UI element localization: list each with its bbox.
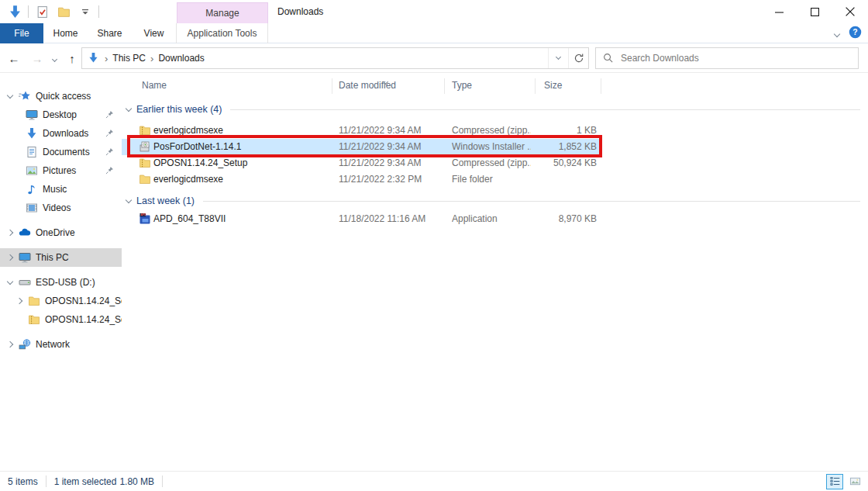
navigation-pane: Quick access Desktop Downloads — [0, 73, 122, 471]
back-button[interactable]: ← — [6, 52, 22, 65]
sidebar-item-network[interactable]: Network — [0, 335, 122, 354]
tab-file[interactable]: File — [0, 23, 43, 43]
zip-folder-icon — [139, 124, 151, 137]
expand-chevron-icon[interactable] — [6, 342, 14, 347]
file-row-everlogicdmsexe-zip[interactable]: everlogicdmsexe 11/21/2022 9:34 AM Compr… — [122, 123, 601, 139]
column-separator[interactable] — [601, 78, 601, 94]
expand-chevron-icon[interactable] — [6, 230, 14, 235]
sidebar-item-this-pc[interactable]: This PC — [0, 248, 122, 267]
search-input[interactable] — [621, 53, 830, 64]
search-box[interactable] — [595, 47, 859, 69]
close-button[interactable] — [832, 0, 868, 23]
file-name: everlogicdmsexe — [153, 125, 328, 136]
qat-separator — [28, 5, 29, 18]
address-dropdown-chevron[interactable] — [548, 48, 568, 68]
quick-access-toolbar — [6, 3, 99, 20]
download-arrow-icon[interactable] — [6, 3, 23, 20]
sidebar-item-documents[interactable]: Documents — [0, 143, 122, 161]
minimize-button[interactable] — [761, 0, 797, 23]
file-size: 1 KB — [527, 125, 597, 136]
sidebar-item-oposn-folder[interactable]: OPOSN1.14.24_Setu — [0, 292, 122, 310]
customize-qat-dropdown[interactable] — [77, 3, 94, 20]
file-date: 11/21/2022 2:32 PM — [339, 174, 447, 185]
group-collapse-chevron-icon[interactable] — [126, 105, 132, 111]
quick-access-star-icon — [19, 90, 31, 102]
file-row-posfordotnet-selected[interactable]: PosForDotNet-1.14.1 11/21/2022 9:34 AM W… — [122, 139, 601, 155]
tab-home[interactable]: Home — [43, 23, 88, 43]
sidebar-item-label: Documents — [43, 147, 90, 157]
column-header-date-modified[interactable]: Date modified — [339, 80, 396, 91]
download-arrow-icon — [88, 52, 100, 64]
up-button[interactable]: ↑ — [64, 52, 80, 65]
column-header-type[interactable]: Type — [452, 80, 472, 91]
sidebar-item-label: OPOSN1.14.24_Setu — [45, 314, 122, 325]
recent-locations-chevron[interactable] — [53, 53, 57, 64]
sidebar-item-pictures[interactable]: Pictures — [0, 161, 122, 180]
manage-label: Manage — [205, 8, 239, 19]
selection-count: 1 item selected — [46, 476, 120, 487]
sidebar-item-music[interactable]: Music — [0, 180, 122, 199]
breadcrumb-separator: › — [150, 53, 153, 64]
maximize-button[interactable] — [797, 0, 832, 23]
new-folder-icon[interactable] — [55, 3, 72, 20]
tab-share[interactable]: Share — [88, 23, 132, 43]
breadcrumb-downloads[interactable]: Downloads — [158, 53, 204, 64]
column-separator[interactable] — [332, 78, 332, 94]
sidebar-item-label: Downloads — [43, 128, 88, 139]
tab-view[interactable]: View — [132, 23, 176, 43]
properties-check-icon[interactable] — [33, 3, 50, 20]
file-row-everlogicdmsexe-folder[interactable]: everlogicdmsexe 11/21/2022 2:32 PM File … — [122, 171, 601, 188]
file-row-apd-604[interactable]: APD APD_604_T88VII 11/18/2022 11:16 AM A… — [122, 211, 601, 227]
address-bar[interactable]: › This PC › Downloads — [81, 47, 589, 69]
zip-folder-icon — [28, 313, 40, 326]
sidebar-item-label: ESD-USB (D:) — [36, 277, 95, 288]
group-collapse-chevron-icon[interactable] — [126, 196, 132, 202]
file-size: 50,924 KB — [527, 157, 597, 168]
breadcrumb-this-pc[interactable]: This PC — [112, 53, 146, 64]
sidebar-item-onedrive[interactable]: OneDrive — [0, 223, 122, 242]
column-separator[interactable] — [444, 78, 445, 94]
ribbon-collapse-chevron-icon[interactable] — [835, 28, 839, 39]
ribbon-tab-row: File Home Share View Application Tools ? — [0, 23, 868, 43]
file-name: OPOSN1.14.24_Setup — [153, 157, 328, 168]
status-separator — [162, 475, 163, 487]
group-header-earlier-this-week[interactable]: Earlier this week (4) — [122, 102, 868, 116]
column-header-name[interactable]: Name — [142, 80, 167, 91]
items-count: 5 items — [0, 476, 46, 487]
sidebar-item-desktop[interactable]: Desktop — [0, 105, 122, 124]
column-header-size[interactable]: Size — [544, 80, 562, 91]
monitor-icon — [26, 109, 38, 121]
expand-chevron-icon[interactable] — [6, 255, 14, 260]
sidebar-item-label: Network — [36, 339, 70, 350]
picture-icon — [26, 164, 38, 177]
sidebar-item-quick-access[interactable]: Quick access — [0, 87, 122, 105]
forward-button[interactable]: → — [29, 52, 45, 65]
sidebar-item-esd-usb[interactable]: ESD-USB (D:) — [0, 273, 122, 292]
sidebar-item-downloads[interactable]: Downloads — [0, 124, 122, 143]
breadcrumb-separator: › — [105, 53, 108, 64]
group-label: Last week (1) — [136, 195, 195, 206]
expand-chevron-icon[interactable] — [6, 282, 14, 284]
sidebar-item-videos[interactable]: Videos — [0, 199, 122, 217]
installer-icon — [139, 140, 151, 153]
tab-application-tools[interactable]: Application Tools — [176, 23, 268, 43]
group-divider-line — [203, 201, 860, 202]
file-type: Application — [452, 213, 531, 224]
expand-chevron-icon[interactable] — [6, 95, 14, 98]
contextual-tab-group-manage[interactable]: Manage — [177, 2, 268, 23]
file-row-oposn-setup-zip[interactable]: OPOSN1.14.24_Setup 11/21/2022 9:34 AM Co… — [122, 155, 601, 171]
file-list-pane: Name Date modified Type Size Earlier thi… — [122, 73, 868, 471]
file-type: Compressed (zipp... — [452, 157, 531, 168]
column-headers: Name Date modified Type Size — [122, 74, 868, 96]
column-separator[interactable] — [535, 78, 536, 94]
sidebar-item-oposn-zip[interactable]: OPOSN1.14.24_Setu — [0, 310, 122, 329]
status-bar: 5 items 1 item selected 1.80 MB — [0, 471, 868, 491]
expand-chevron-icon[interactable] — [16, 299, 23, 303]
group-header-last-week[interactable]: Last week (1) — [122, 194, 868, 208]
thumbnail-view-button[interactable] — [846, 474, 863, 489]
help-icon[interactable]: ? — [849, 26, 862, 41]
zip-folder-icon — [139, 157, 151, 169]
file-date: 11/21/2022 9:34 AM — [339, 157, 447, 168]
details-view-button[interactable] — [826, 474, 843, 489]
refresh-icon[interactable] — [568, 48, 588, 68]
